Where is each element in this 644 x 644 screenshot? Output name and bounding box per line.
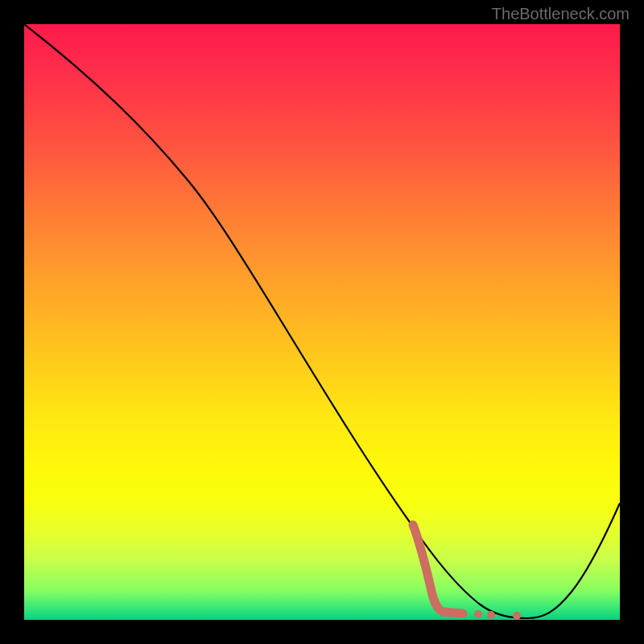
marker-dot-3 (513, 612, 521, 620)
bottleneck-curve (24, 24, 620, 620)
plot-area (24, 24, 620, 620)
curve-path (24, 24, 620, 618)
marker-dot-2 (487, 611, 495, 619)
watermark-text: TheBottleneck.com (492, 5, 630, 23)
marker-stroke-main (413, 525, 463, 613)
marker-dot-1 (474, 610, 482, 618)
